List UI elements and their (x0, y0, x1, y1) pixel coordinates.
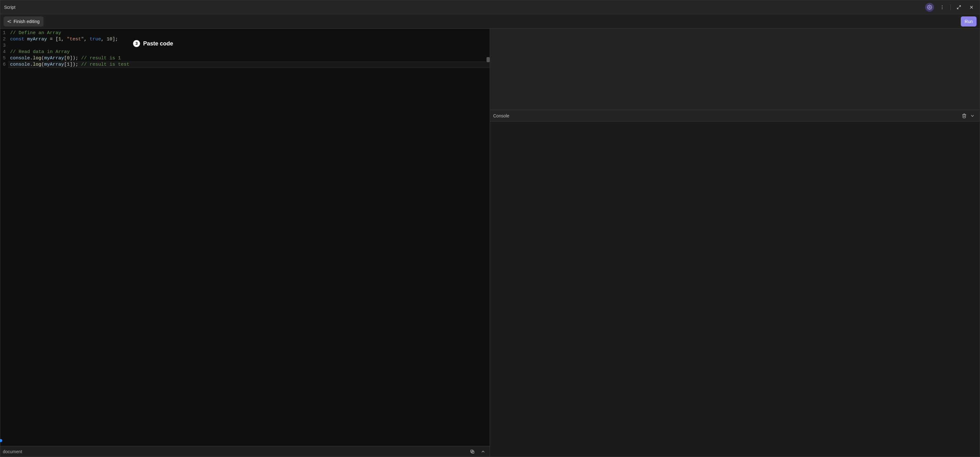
line-number: 5 (3, 55, 6, 62)
line-number: 6 (3, 62, 6, 68)
code-line[interactable] (8, 43, 490, 49)
code-token: "test" (67, 37, 84, 42)
run-button[interactable]: Run (961, 16, 977, 27)
code-editor[interactable]: 123456 3 Paste code // Define an Arrayco… (0, 29, 490, 446)
code-token: ]; (112, 37, 118, 42)
finish-editing-button[interactable]: Finish editing (3, 16, 43, 27)
code-token: true (89, 37, 101, 42)
svg-point-3 (942, 8, 942, 9)
finish-editing-label: Finish editing (14, 19, 40, 24)
code-token: . (30, 62, 33, 67)
code-token: console (10, 56, 30, 61)
code-token: 0 (67, 56, 70, 61)
code-token: , (84, 37, 89, 42)
code-token: myArray (44, 62, 64, 67)
line-number: 1 (3, 30, 6, 36)
code-token: // result is 1 (81, 56, 121, 61)
chevron-up-icon[interactable] (479, 447, 487, 456)
output-pane: Console (490, 29, 980, 457)
code-token: // result is test (81, 62, 129, 67)
code-token: ]); (70, 56, 81, 61)
code-token: 1 (58, 37, 61, 42)
code-token: ( (41, 62, 44, 67)
line-number: 3 (3, 43, 6, 49)
code-line[interactable]: // Read data in Array (8, 49, 490, 55)
chevron-down-icon[interactable] (968, 112, 977, 120)
code-token: , (101, 37, 107, 42)
code-token: console (10, 62, 30, 67)
code-line[interactable]: console.log(myArray[1]); // result is te… (8, 62, 490, 68)
editor-statusbar: document (0, 446, 490, 457)
code-token: // Define an Array (10, 30, 61, 36)
code-token: log (33, 62, 41, 67)
code-token: ( (41, 56, 44, 61)
code-token: , (61, 37, 67, 42)
svg-point-1 (942, 5, 942, 6)
run-label: Run (964, 19, 973, 24)
code-token: [ (64, 62, 67, 67)
code-token: 10 (107, 37, 112, 42)
line-gutter: 123456 (0, 29, 8, 446)
code-line[interactable]: // Define an Array (8, 30, 490, 36)
expand-icon[interactable] (955, 3, 963, 12)
code-token: const (10, 37, 24, 42)
more-icon[interactable] (938, 3, 947, 12)
copy-icon[interactable] (468, 447, 476, 456)
trash-icon[interactable] (960, 112, 968, 120)
titlebar: Script (0, 0, 980, 14)
editor-pane: 123456 3 Paste code // Define an Arrayco… (0, 29, 490, 457)
code-token: myArray (27, 37, 47, 42)
code-token: log (33, 56, 41, 61)
window-title: Script (4, 5, 16, 10)
titlebar-actions (925, 3, 976, 12)
titlebar-divider (950, 5, 951, 10)
code-token: // Read data in Array (10, 49, 70, 54)
code-token: ]); (70, 62, 81, 67)
gear-icon[interactable] (925, 3, 934, 12)
code-line[interactable]: console.log(myArray[0]); // result is 1 (8, 55, 490, 62)
console-title: Console (493, 113, 509, 118)
code-token: = [ (47, 37, 58, 42)
toolbar: Finish editing Run (0, 14, 980, 29)
code-line[interactable]: const myArray = [1, "test", true, 10]; (8, 36, 490, 43)
svg-point-0 (929, 6, 930, 8)
line-number: 2 (3, 36, 6, 43)
console-body[interactable] (490, 121, 980, 457)
preview-area (490, 29, 980, 110)
code-token: [ (64, 56, 67, 61)
line-number: 4 (3, 49, 6, 55)
script-window: Script (0, 0, 980, 457)
code-token: 1 (67, 62, 70, 67)
console-header: Console (490, 110, 980, 121)
status-context: document (3, 449, 22, 454)
main-split: 123456 3 Paste code // Define an Arrayco… (0, 29, 980, 457)
svg-point-2 (942, 6, 942, 7)
code-token: myArray (44, 56, 64, 61)
close-icon[interactable] (967, 3, 976, 12)
code-token: . (30, 56, 33, 61)
collapse-lines-icon (7, 19, 12, 24)
editor-scrollbar-thumb[interactable] (487, 57, 490, 62)
code-token (24, 37, 27, 42)
code-area[interactable]: 3 Paste code // Define an Arrayconst myA… (8, 29, 490, 446)
